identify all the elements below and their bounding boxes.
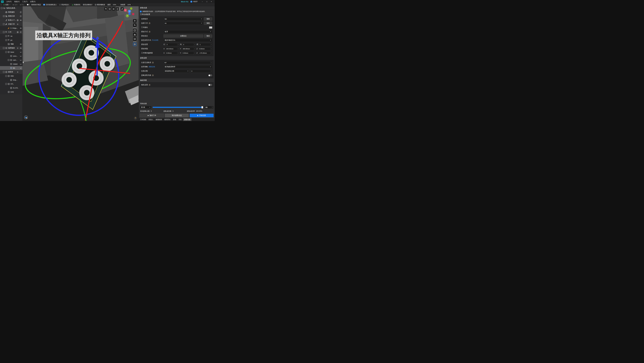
model-editor-button[interactable]: 模型编辑器 — [94, 3, 106, 6]
gizmo-axis-neg-x[interactable] — [132, 13, 134, 15]
performance-button[interactable]: 性能优化 — [71, 3, 81, 6]
tree-item-floor[interactable]: 地板 — [0, 42, 22, 46]
fit-view-button[interactable] — [133, 29, 136, 32]
perspective-button[interactable] — [133, 33, 136, 37]
tab-collision[interactable]: 碰撞检测 — [154, 118, 163, 121]
eye-closed-icon[interactable] — [20, 63, 22, 65]
keep-state-toggle[interactable]: 保持执行状态 — [26, 3, 42, 6]
spinner-arrows-icon[interactable]: ▲▼ — [194, 47, 196, 50]
speed-spinner[interactable]: 100%▲▼ — [112, 4, 119, 6]
tab-grasp-simulation[interactable]: 抓取仿真 — [183, 118, 192, 121]
spinner-arrows-icon[interactable]: ▲▼ — [210, 61, 212, 64]
pose-filter-angle-spinner[interactable]: 90°▲▼ — [164, 61, 212, 64]
tree-item-dae[interactable]: DAE — [0, 90, 22, 94]
gizmo-axis-z[interactable]: Z — [128, 10, 131, 13]
tree-item-workpieces[interactable]: −工件 — [0, 30, 22, 34]
master-connect-button[interactable]: 主控连接机器人 — [42, 3, 58, 6]
3d-viewport[interactable]: 沿载具X轴正方向排列 Tt X Z Y — [22, 6, 139, 121]
tree-item-scene-objects[interactable]: −场景物体 — [0, 46, 22, 50]
tree-item-rotater[interactable]: rotater — [0, 62, 22, 66]
attempt-stats-button[interactable]: 尝试次数统计 — [82, 3, 93, 6]
gizmo-axis-neg-z[interactable] — [128, 13, 131, 15]
toolbar-grip-handle[interactable] — [1, 4, 2, 6]
collapse-icon[interactable]: − — [3, 23, 5, 25]
visibility-button[interactable] — [112, 7, 115, 11]
eye-half-icon[interactable] — [20, 55, 22, 57]
collapse-icon[interactable]: − — [5, 51, 7, 53]
tree-item-po[interactable]: +po — [0, 38, 22, 42]
camera-settings-toggle[interactable] — [208, 84, 212, 86]
slider-thumb[interactable] — [202, 106, 203, 108]
spinner-arrows-icon[interactable]: ▲▼ — [117, 4, 119, 6]
add-icon[interactable] — [17, 47, 18, 49]
spinner-arrows-icon[interactable]: ▲▼ — [210, 47, 212, 50]
workpiece-edit-button[interactable]: 编辑 — [204, 22, 212, 25]
tree-item-bin[interactable]: bin — [0, 66, 22, 70]
gear-icon[interactable] — [17, 31, 18, 33]
gizmo-axis-y[interactable]: Y — [126, 14, 129, 17]
spinner-arrows-icon[interactable]: ▲▼ — [132, 4, 134, 6]
collapse-icon[interactable]: − — [3, 47, 5, 49]
tab-plan-history[interactable]: 规划历史 — [163, 118, 172, 121]
start-simulation-button[interactable]: 开始仿真 — [190, 114, 214, 117]
tree-item-robot[interactable]: 机器人 FA... — [0, 18, 22, 22]
tree-item-grip-model[interactable]: Grip... — [0, 78, 22, 82]
menu-view[interactable]: 视图(V) — [13, 0, 21, 3]
eye-icon[interactable] — [20, 47, 22, 49]
cols-spinner[interactable]: 3▲▼ — [182, 43, 196, 46]
gap-z-spinner[interactable]: 0.00mm▲▼ — [198, 47, 212, 50]
tree-item-01stl[interactable]: 01.STL — [0, 86, 22, 90]
collapse-icon[interactable]: − — [3, 31, 5, 33]
menu-file[interactable]: 文件(F) — [5, 0, 13, 3]
offset-y-spinner[interactable]: 0.00mm▲▼ — [182, 52, 196, 55]
add-icon[interactable] — [17, 23, 18, 25]
chevron-down-icon[interactable]: ▼ — [9, 4, 10, 5]
list-button[interactable] — [116, 7, 119, 11]
spinner-arrows-icon[interactable]: ▲▼ — [212, 106, 214, 109]
add-icon[interactable] — [17, 71, 18, 73]
spinner-arrows-icon[interactable]: ▲▼ — [177, 47, 179, 50]
gap-y-spinner[interactable]: 300.00mm▲▼ — [182, 47, 196, 50]
panel-view-button[interactable] — [133, 37, 136, 41]
spinner-arrows-icon[interactable]: ▲▼ — [210, 70, 212, 73]
tree-item-gripper[interactable]: 0. Gripp... — [0, 26, 22, 30]
gizmo-axis-x[interactable]: X — [124, 9, 127, 12]
help-icon[interactable]: ? — [148, 31, 150, 33]
placement-mode-select[interactable]: 有序▼ — [164, 30, 212, 33]
tree-item-stl[interactable]: −STL — [0, 82, 22, 86]
workpiece-select[interactable]: ne▼ — [164, 22, 203, 25]
gpu-info-badge[interactable] — [24, 116, 28, 119]
frames-spinner[interactable]: 3帧▲▼ — [204, 106, 214, 109]
gizmo-axis-neg-y[interactable] — [130, 7, 132, 10]
menu-settings[interactable]: 设置(S) — [29, 0, 37, 3]
expand-icon[interactable]: + — [5, 35, 7, 37]
run-button[interactable]: ◆运行 — [12, 3, 18, 6]
tree-item-model-library[interactable]: −模型库 — [0, 70, 22, 74]
tree-item-cam[interactable]: +cam... — [0, 58, 22, 62]
refresh-icon[interactable] — [20, 11, 22, 13]
tree-item-obj[interactable]: −OBJ — [0, 74, 22, 78]
collapse-icon[interactable]: − — [3, 71, 5, 73]
spinner-arrows-icon[interactable]: ▲▼ — [194, 52, 196, 55]
tree-item-project-root[interactable]: −*抓取仿真调... — [0, 6, 22, 10]
tree-item-vision-service[interactable]: 视觉服务 — [0, 10, 22, 14]
tree-item-base[interactable]: −base — [0, 50, 22, 54]
tree-item-ne[interactable]: +ne — [0, 34, 22, 38]
spinner-arrows-icon[interactable]: ▲▼ — [194, 43, 196, 46]
simulation-times-mode-select[interactable]: 连续抓取次数▼ — [164, 70, 190, 73]
toggle-off-icon[interactable] — [27, 4, 30, 6]
spinner-arrows-icon[interactable]: ▲▼ — [177, 52, 179, 55]
help-icon[interactable]: ? — [148, 22, 150, 24]
spinner-arrows-icon[interactable]: ▲▼ — [210, 52, 212, 55]
preview-pose-button[interactable]: 预览 — [204, 35, 212, 38]
help-icon[interactable]: ? — [148, 84, 150, 86]
tree-item-vision-record[interactable]: +视觉记录 — [0, 14, 22, 18]
direction-help-link[interactable]: 方向说明 — [152, 39, 158, 41]
offset-x-spinner[interactable]: 0.00mm▲▼ — [165, 52, 179, 55]
round-select[interactable]: 第1筐▼ — [140, 106, 152, 109]
globe-view-button[interactable] — [133, 43, 136, 46]
playback-slider[interactable] — [152, 107, 203, 108]
orientation-gizmo[interactable]: X Z Y — [123, 7, 136, 18]
close-button[interactable]: × — [209, 0, 214, 3]
stop-button[interactable]: ■停止 — [19, 3, 26, 6]
